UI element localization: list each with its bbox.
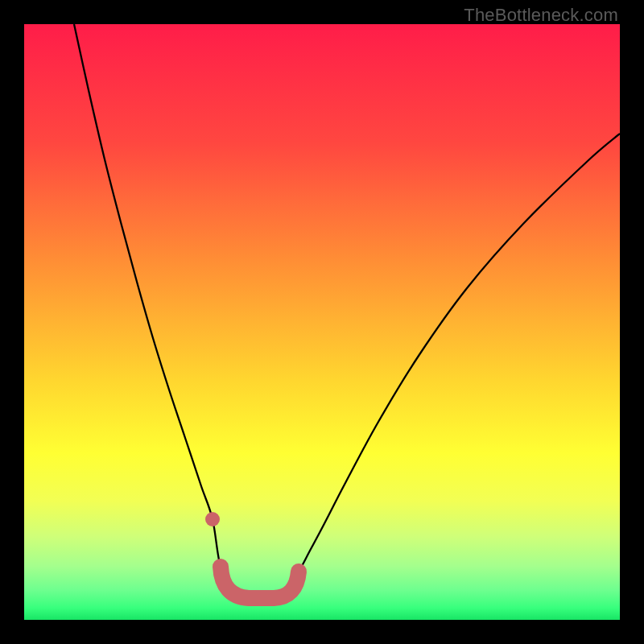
marker-dot	[205, 512, 220, 526]
marker-arc	[221, 567, 299, 598]
curve-path	[74, 24, 620, 601]
watermark-text: TheBottleneck.com	[464, 5, 618, 26]
plot-area	[24, 24, 620, 620]
bottleneck-curve	[24, 24, 620, 620]
